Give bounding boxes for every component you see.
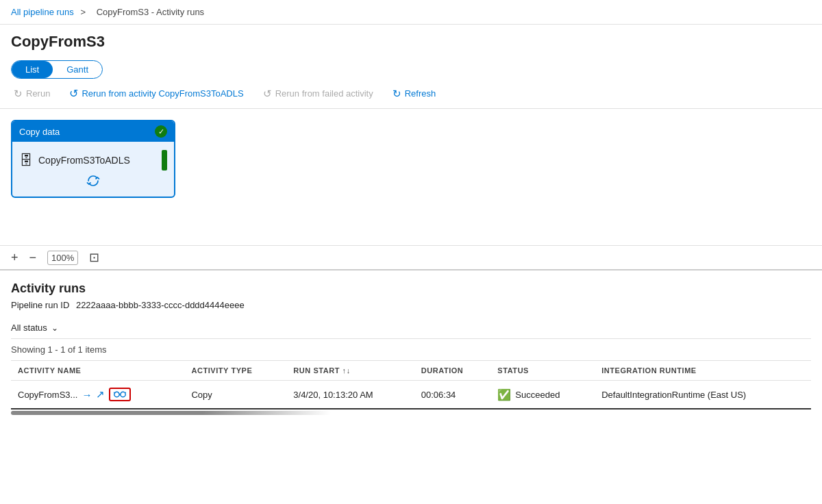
canvas-area: Copy data ✓ 🗄 CopyFromS3ToADLS	[0, 109, 822, 246]
pipeline-node-activity-name: CopyFromS3ToADLS	[38, 155, 130, 166]
horizontal-scrollbar[interactable]	[11, 411, 331, 415]
filter-chevron-icon: ⌄	[51, 323, 58, 333]
activity-runs-title: Activity runs	[11, 281, 811, 296]
cell-run-start: 3/4/20, 10:13:20 AM	[286, 381, 414, 410]
pipeline-run-id-value: 2222aaaa-bbbb-3333-cccc-dddd4444eeee	[76, 300, 245, 310]
canvas-controls: + − 100% ⊡	[0, 246, 822, 270]
breadcrumb: All pipeline runs > CopyFromS3 - Activit…	[0, 0, 822, 25]
table-row: CopyFromS3... → ↗	[11, 381, 811, 410]
status-success-icon: ✅	[497, 388, 511, 401]
page-title: CopyFromS3	[0, 25, 822, 56]
rerun-icon: ↻	[14, 88, 23, 100]
pipeline-node-row: 🗄 CopyFromS3ToADLS	[19, 150, 167, 171]
arrow-right-icon[interactable]: →	[82, 389, 92, 401]
svg-line-4	[126, 392, 127, 393]
toolbar: ↻ Rerun ↺ Rerun from activity CopyFromS3…	[0, 79, 822, 109]
arrow-out-icon[interactable]: ↗	[96, 388, 105, 401]
tabs-row: List Gantt	[0, 56, 822, 79]
tab-gantt[interactable]: Gantt	[53, 61, 102, 78]
breadcrumb-link[interactable]: All pipeline runs	[11, 7, 74, 17]
pipeline-node-refresh-icon[interactable]	[86, 173, 101, 188]
fit-button[interactable]: ⊡	[89, 250, 99, 265]
activity-name-cell: CopyFromS3... → ↗	[18, 388, 177, 401]
database-icon: 🗄	[19, 153, 33, 168]
filter-label: All status	[11, 323, 47, 333]
status-text: Succeeded	[515, 390, 560, 400]
rerun-from-activity-button[interactable]: ↺ Rerun from activity CopyFromS3ToADLS	[66, 86, 246, 101]
rerun-button[interactable]: ↻ Rerun	[11, 86, 53, 101]
pipeline-node: Copy data ✓ 🗄 CopyFromS3ToADLS	[11, 120, 175, 198]
rerun-failed-icon: ↺	[263, 88, 272, 100]
svg-line-3	[114, 392, 114, 393]
cell-integration-runtime: DefaultIntegrationRuntime (East US)	[595, 381, 811, 410]
details-glasses-button[interactable]	[109, 388, 131, 401]
cell-activity-type: Copy	[184, 381, 286, 410]
col-status: STATUS	[490, 361, 595, 381]
col-activity-name: ACTIVITY NAME	[11, 361, 184, 381]
rerun-failed-button[interactable]: ↺ Rerun from failed activity	[260, 86, 376, 101]
cell-status: ✅ Succeeded	[490, 381, 595, 410]
pipeline-node-title: Copy data	[19, 127, 60, 137]
filter-row[interactable]: All status ⌄	[11, 317, 811, 339]
pipeline-node-green-indicator	[162, 150, 167, 171]
activity-name-text: CopyFromS3...	[18, 390, 77, 400]
col-duration: DURATION	[414, 361, 491, 381]
rerun-from-icon: ↺	[69, 87, 78, 100]
activity-runs-section: Activity runs Pipeline run ID 2222aaaa-b…	[0, 270, 822, 415]
pipeline-node-header: Copy data ✓	[12, 121, 174, 142]
pipeline-run-id: Pipeline run ID 2222aaaa-bbbb-3333-cccc-…	[11, 300, 811, 310]
breadcrumb-current: CopyFromS3 - Activity runs	[97, 7, 205, 17]
breadcrumb-separator: >	[80, 7, 86, 17]
col-run-start: RUN START ↑↓	[286, 361, 414, 381]
table-header-row: ACTIVITY NAME ACTIVITY TYPE RUN START ↑↓…	[11, 361, 811, 381]
cell-activity-name: CopyFromS3... → ↗	[11, 381, 184, 410]
tab-list[interactable]: List	[12, 61, 53, 78]
status-cell: ✅ Succeeded	[497, 388, 588, 401]
refresh-button[interactable]: ↻ Refresh	[390, 86, 439, 101]
refresh-icon: ↻	[393, 88, 401, 100]
svg-point-1	[121, 392, 125, 396]
pipeline-node-body: 🗄 CopyFromS3ToADLS	[12, 142, 174, 197]
activity-runs-table: ACTIVITY NAME ACTIVITY TYPE RUN START ↑↓…	[11, 361, 811, 410]
pipeline-node-activity: 🗄 CopyFromS3ToADLS	[19, 153, 130, 168]
pipeline-node-check-icon: ✓	[155, 125, 167, 138]
showing-text: Showing 1 - 1 of 1 items	[11, 339, 811, 361]
col-integration-runtime: INTEGRATION RUNTIME	[595, 361, 811, 381]
cell-duration: 00:06:34	[414, 381, 491, 410]
col-activity-type: ACTIVITY TYPE	[184, 361, 286, 381]
zoom-out-button[interactable]: −	[29, 251, 37, 265]
pipeline-run-id-label: Pipeline run ID	[11, 300, 69, 310]
zoom-in-button[interactable]: +	[11, 251, 18, 265]
svg-point-0	[114, 392, 119, 396]
zoom-100-button[interactable]: 100%	[47, 251, 78, 265]
tab-list: List Gantt	[11, 60, 103, 79]
